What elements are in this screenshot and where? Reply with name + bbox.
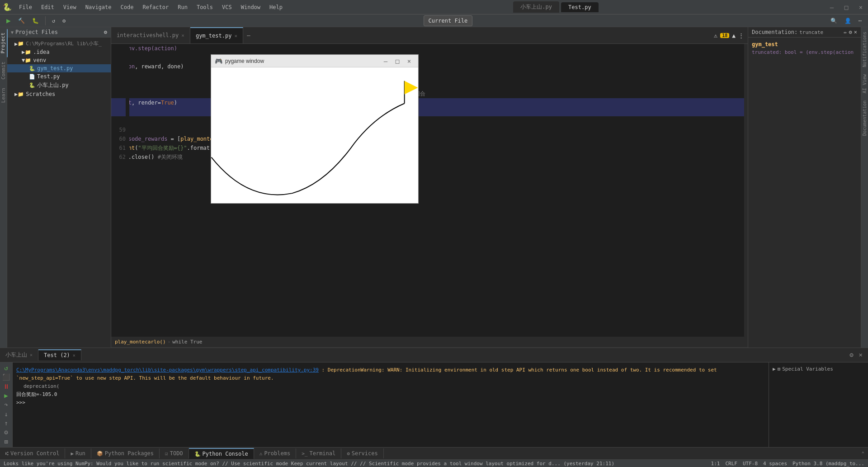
tab-gym-test[interactable]: gym_test.py × (190, 27, 243, 43)
code-text[interactable]: = env.step(action) ction, reward, done) … (111, 44, 748, 337)
pygame-minimize-button[interactable]: – (380, 56, 391, 66)
title-tab-main[interactable]: 小车上山.py (513, 1, 559, 13)
python-packages-icon: 📦 (97, 451, 103, 457)
settings-doc-icon[interactable]: ⚙ (849, 29, 852, 35)
menu-edit[interactable]: Edit (37, 0, 59, 14)
crlf-indicator[interactable]: CRLF (725, 461, 737, 467)
far-right-panel: Notifications AI View Documentation (861, 27, 868, 348)
pause-button[interactable]: ⏸ (1, 383, 11, 390)
menu-tools[interactable]: Tools (192, 0, 217, 14)
tab-terminal[interactable]: >_ Terminal (296, 448, 341, 458)
bottom-tab-right: ⚙ × (848, 350, 868, 359)
test-py-icon: 📄 (29, 74, 35, 80)
breadcrumb: play_montecarlo() › while True (111, 337, 748, 348)
sidebar-item-commit[interactable]: Commit (0, 58, 7, 83)
menu-help[interactable]: Help (265, 0, 287, 14)
breadcrumb-sep: › (168, 339, 171, 345)
test2-tab-close[interactable]: × (73, 353, 75, 358)
more-editor-icon[interactable]: ⋮ (738, 32, 744, 39)
special-vars-label: Special Variables (782, 366, 833, 372)
tab-todo[interactable]: ☑ TODO (160, 448, 189, 458)
breadcrumb-fn: play_montecarlo() (115, 339, 166, 345)
menu-file[interactable]: File (14, 0, 37, 14)
statusbar: Looks like you're using NumPy: Would you… (0, 459, 868, 467)
stop-button[interactable]: ⬛ (1, 373, 11, 381)
rerun-button[interactable]: ↺ (1, 364, 11, 372)
sidebar-item-aiview[interactable]: AI View (861, 71, 868, 96)
pygame-close-button[interactable]: × (404, 56, 415, 66)
refresh-button[interactable]: ↺ (49, 16, 58, 26)
settings-bottom-icon[interactable]: ⚙ (848, 350, 855, 359)
console-prompt: >>> (16, 399, 765, 407)
gym-test-icon: 🐍 (29, 66, 35, 71)
code-editor[interactable]: 59 60 61 62 = env.step(action) (111, 44, 748, 337)
build-button[interactable]: 🔨 (15, 16, 28, 26)
menu-navigate[interactable]: Navigate (81, 0, 116, 14)
bottom-panel: 小车上山 × Test (2) × ⚙ × ↺ ⬛ ⏸ ▶ ↷ ↓ ↑ (0, 348, 868, 447)
console-output[interactable]: C:\MyPrograms\Anaconda3\envs\maddpg_torc… (13, 362, 769, 447)
indent-indicator[interactable]: 4 spaces (763, 461, 787, 467)
sidebar-item-learn[interactable]: Learn (0, 84, 7, 106)
project-settings-icon[interactable]: ⚙ (104, 29, 107, 35)
tree-test-py[interactable]: 📄 Test.py (7, 72, 111, 81)
tree-gym-test[interactable]: 🐍 gym_test.py (7, 64, 111, 72)
tree-scratches[interactable]: ▶ 📁 Scratches (7, 90, 111, 98)
xiaoche-tab-close[interactable]: × (30, 353, 33, 357)
bottom-tab-test2[interactable]: Test (2) × (38, 349, 81, 360)
tab-more-button[interactable]: ⋯ (243, 30, 254, 41)
encoding-indicator[interactable]: UTF-8 (743, 461, 758, 467)
menu-view[interactable]: View (59, 0, 81, 14)
run-button[interactable]: ▶ (4, 14, 14, 27)
tab-services[interactable]: ⚙ Services (341, 448, 383, 458)
editor-scrollbar[interactable] (744, 44, 748, 337)
debug-button[interactable]: 🐛 (29, 16, 42, 26)
menu-refactor[interactable]: Refactor (138, 0, 173, 14)
expand-editor-icon[interactable]: ▲ (732, 32, 736, 39)
tree-root[interactable]: ▶ 📁 C:\MyPrograms\RL lib\小车_ (7, 39, 111, 48)
tab-problems[interactable]: ⚠ Problems (254, 448, 296, 458)
tab-python-packages[interactable]: 📦 Python Packages (91, 448, 160, 458)
edit-doc-icon[interactable]: ✏ (844, 29, 847, 35)
menu-run[interactable]: Run (173, 0, 192, 14)
close-bottom-icon[interactable]: × (857, 350, 864, 359)
tree-idea[interactable]: ▶ 📁 .idea (7, 48, 111, 56)
bottom-tab-xiaoche[interactable]: 小车上山 × (0, 349, 38, 361)
maximize-button[interactable]: □ (839, 0, 854, 14)
resume-button[interactable]: ▶ (1, 392, 11, 399)
settings-button[interactable]: ⚙ (60, 16, 68, 26)
expand-debug-icon[interactable]: ▶ (773, 366, 776, 372)
close-button[interactable]: × (854, 0, 868, 14)
gym-test-tab-close[interactable]: × (234, 33, 237, 39)
layout-run-icon[interactable]: ⊞ (1, 438, 11, 445)
tab-version-control[interactable]: ⑆ Version Control (0, 448, 65, 458)
menu-window[interactable]: Window (236, 0, 265, 14)
interactiveshell-tab-close[interactable]: × (181, 33, 184, 38)
settings-run-icon[interactable]: ⚙ (1, 429, 11, 436)
minimize-button[interactable]: – (825, 0, 839, 14)
current-file-button[interactable]: Current File (424, 15, 473, 26)
terminal-icon: >_ (302, 451, 307, 457)
test-py-label: Test.py (37, 73, 60, 80)
step-into-button[interactable]: ↓ (1, 410, 11, 418)
search-button[interactable]: 🔍 (828, 16, 840, 26)
step-over-button[interactable]: ↷ (1, 401, 11, 408)
expand-bottom-icon[interactable]: ⌃ (858, 451, 868, 457)
user-button[interactable]: 👤 (842, 16, 854, 26)
sidebar-item-project[interactable]: Project (0, 29, 8, 57)
menu-vcs[interactable]: VCS (217, 0, 236, 14)
code-line-4 (115, 71, 748, 80)
close-doc-icon[interactable]: × (854, 29, 857, 35)
more-button[interactable]: ⋯ (856, 16, 864, 26)
tab-interactiveshell[interactable]: interactiveshell.py × (111, 27, 190, 43)
tree-venv[interactable]: ▼ 📁 venv (7, 56, 111, 64)
tab-python-console[interactable]: 🐍 Python Console (189, 448, 254, 459)
console-path-link[interactable]: C:\MyPrograms\Anaconda3\envs\maddpg_torc… (16, 367, 319, 373)
title-tab-test[interactable]: Test.py (561, 2, 599, 12)
sidebar-item-notifications[interactable]: Notifications (861, 29, 868, 70)
tab-run[interactable]: ▶ Run (65, 448, 91, 458)
menu-code[interactable]: Code (116, 0, 138, 14)
tree-xiaoche[interactable]: 🐍 小车上山.py (7, 81, 111, 90)
pygame-maximize-button[interactable]: □ (392, 56, 403, 66)
sidebar-item-documentation[interactable]: Documentation (861, 98, 868, 138)
step-out-button[interactable]: ↑ (1, 419, 11, 427)
